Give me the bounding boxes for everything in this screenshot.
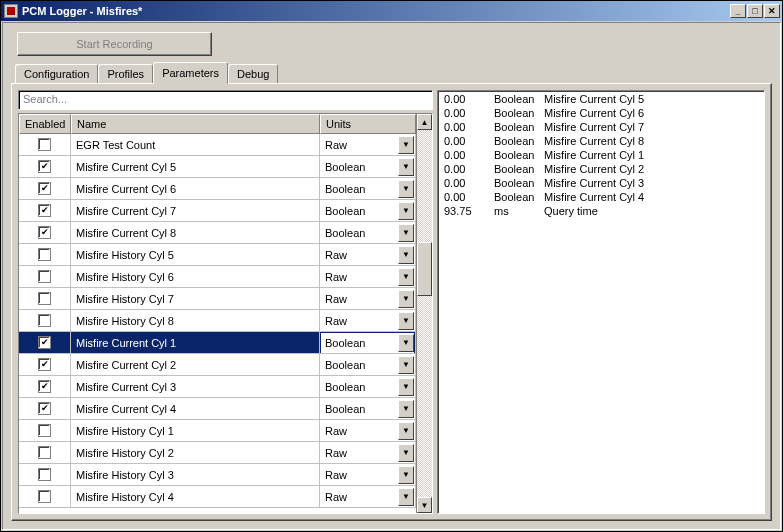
units-dropdown[interactable]: Raw▼	[321, 311, 414, 331]
cell-name[interactable]: Misfire History Cyl 2	[71, 442, 320, 464]
chevron-down-icon[interactable]: ▼	[398, 444, 414, 462]
scroll-up-button[interactable]: ▲	[417, 114, 432, 130]
units-dropdown[interactable]: Boolean▼	[321, 377, 414, 397]
chevron-down-icon[interactable]: ▼	[398, 268, 414, 286]
enabled-checkbox[interactable]	[38, 226, 51, 239]
enabled-checkbox[interactable]	[38, 270, 51, 283]
maximize-button[interactable]: □	[747, 4, 763, 18]
enabled-checkbox[interactable]	[38, 468, 51, 481]
cell-name[interactable]: Misfire Current Cyl 8	[71, 222, 320, 244]
units-dropdown[interactable]: Raw▼	[321, 465, 414, 485]
scroll-thumb[interactable]	[417, 242, 432, 296]
cell-name[interactable]: Misfire History Cyl 1	[71, 420, 320, 442]
minimize-button[interactable]: _	[730, 4, 746, 18]
table-row[interactable]: Misfire Current Cyl 1Boolean▼	[19, 332, 416, 354]
units-dropdown[interactable]: Boolean▼	[321, 223, 414, 243]
cell-name[interactable]: Misfire Current Cyl 5	[71, 156, 320, 178]
units-dropdown[interactable]: Raw▼	[321, 443, 414, 463]
cell-name[interactable]: Misfire History Cyl 5	[71, 244, 320, 266]
chevron-down-icon[interactable]: ▼	[398, 422, 414, 440]
units-dropdown[interactable]: Raw▼	[321, 245, 414, 265]
enabled-checkbox[interactable]	[38, 402, 51, 415]
cell-name[interactable]: Misfire Current Cyl 4	[71, 398, 320, 420]
table-row[interactable]: Misfire History Cyl 6Raw▼	[19, 266, 416, 288]
chevron-down-icon[interactable]: ▼	[398, 202, 414, 220]
table-row[interactable]: Misfire History Cyl 1Raw▼	[19, 420, 416, 442]
units-dropdown[interactable]: Raw▼	[321, 421, 414, 441]
title-bar[interactable]: PCM Logger - Misfires* _ □ ✕	[1, 1, 782, 21]
units-dropdown[interactable]: Boolean▼	[321, 355, 414, 375]
table-row[interactable]: Misfire Current Cyl 4Boolean▼	[19, 398, 416, 420]
table-row[interactable]: Misfire Current Cyl 2Boolean▼	[19, 354, 416, 376]
tab-debug[interactable]: Debug	[228, 64, 278, 83]
header-enabled[interactable]: Enabled	[19, 114, 71, 134]
enabled-checkbox[interactable]	[38, 292, 51, 305]
tab-configuration[interactable]: Configuration	[15, 64, 98, 83]
cell-name[interactable]: Misfire Current Cyl 6	[71, 178, 320, 200]
start-recording-button[interactable]: Start Recording	[17, 32, 212, 56]
table-row[interactable]: Misfire History Cyl 7Raw▼	[19, 288, 416, 310]
enabled-checkbox[interactable]	[38, 336, 51, 349]
cell-name[interactable]: Misfire Current Cyl 2	[71, 354, 320, 376]
units-dropdown[interactable]: Raw▼	[321, 135, 414, 155]
scroll-down-button[interactable]: ▼	[417, 497, 432, 513]
vertical-scrollbar[interactable]: ▲ ▼	[416, 114, 432, 513]
cell-name[interactable]: Misfire History Cyl 7	[71, 288, 320, 310]
enabled-checkbox[interactable]	[38, 424, 51, 437]
units-dropdown[interactable]: Raw▼	[321, 267, 414, 287]
units-dropdown[interactable]: Boolean▼	[321, 157, 414, 177]
chevron-down-icon[interactable]: ▼	[398, 312, 414, 330]
cell-name[interactable]: Misfire Current Cyl 1	[71, 332, 320, 354]
cell-name[interactable]: Misfire Current Cyl 7	[71, 200, 320, 222]
units-dropdown[interactable]: Boolean▼	[321, 399, 414, 419]
tab-parameters[interactable]: Parameters	[153, 62, 228, 84]
chevron-down-icon[interactable]: ▼	[398, 136, 414, 154]
table-row[interactable]: Misfire Current Cyl 7Boolean▼	[19, 200, 416, 222]
chevron-down-icon[interactable]: ▼	[398, 246, 414, 264]
scroll-track[interactable]	[417, 130, 432, 497]
units-dropdown[interactable]: Raw▼	[321, 289, 414, 309]
cell-name[interactable]: Misfire Current Cyl 3	[71, 376, 320, 398]
cell-name[interactable]: EGR Test Count	[71, 134, 320, 156]
enabled-checkbox[interactable]	[38, 358, 51, 371]
enabled-checkbox[interactable]	[38, 446, 51, 459]
enabled-checkbox[interactable]	[38, 204, 51, 217]
units-dropdown[interactable]: Boolean▼	[321, 201, 414, 221]
chevron-down-icon[interactable]: ▼	[398, 158, 414, 176]
table-row[interactable]: Misfire History Cyl 5Raw▼	[19, 244, 416, 266]
units-dropdown[interactable]: Boolean▼	[321, 179, 414, 199]
enabled-checkbox[interactable]	[38, 490, 51, 503]
enabled-checkbox[interactable]	[38, 138, 51, 151]
tab-profiles[interactable]: Profiles	[98, 64, 153, 83]
enabled-checkbox[interactable]	[38, 182, 51, 195]
cell-name[interactable]: Misfire History Cyl 6	[71, 266, 320, 288]
chevron-down-icon[interactable]: ▼	[398, 334, 414, 352]
table-row[interactable]: Misfire Current Cyl 6Boolean▼	[19, 178, 416, 200]
header-units[interactable]: Units	[320, 114, 416, 134]
enabled-checkbox[interactable]	[38, 160, 51, 173]
units-dropdown[interactable]: Raw▼	[321, 487, 414, 507]
table-row[interactable]: Misfire Current Cyl 8Boolean▼	[19, 222, 416, 244]
cell-name[interactable]: Misfire History Cyl 3	[71, 464, 320, 486]
chevron-down-icon[interactable]: ▼	[398, 356, 414, 374]
units-dropdown[interactable]: Boolean▼	[321, 333, 414, 353]
chevron-down-icon[interactable]: ▼	[398, 400, 414, 418]
table-row[interactable]: Misfire Current Cyl 5Boolean▼	[19, 156, 416, 178]
chevron-down-icon[interactable]: ▼	[398, 488, 414, 506]
chevron-down-icon[interactable]: ▼	[398, 224, 414, 242]
table-row[interactable]: Misfire Current Cyl 3Boolean▼	[19, 376, 416, 398]
table-row[interactable]: Misfire History Cyl 3Raw▼	[19, 464, 416, 486]
table-row[interactable]: Misfire History Cyl 4Raw▼	[19, 486, 416, 508]
header-name[interactable]: Name	[71, 114, 320, 134]
enabled-checkbox[interactable]	[38, 314, 51, 327]
search-input[interactable]: Search...	[18, 90, 433, 110]
cell-name[interactable]: Misfire History Cyl 4	[71, 486, 320, 508]
cell-name[interactable]: Misfire History Cyl 8	[71, 310, 320, 332]
enabled-checkbox[interactable]	[38, 380, 51, 393]
table-row[interactable]: Misfire History Cyl 8Raw▼	[19, 310, 416, 332]
table-row[interactable]: EGR Test CountRaw▼	[19, 134, 416, 156]
close-button[interactable]: ✕	[764, 4, 780, 18]
enabled-checkbox[interactable]	[38, 248, 51, 261]
table-row[interactable]: Misfire History Cyl 2Raw▼	[19, 442, 416, 464]
chevron-down-icon[interactable]: ▼	[398, 466, 414, 484]
